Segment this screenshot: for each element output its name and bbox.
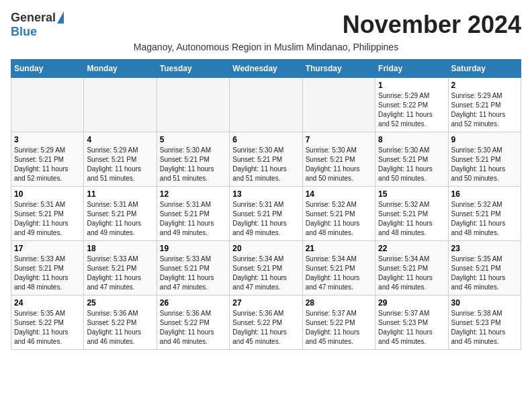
day-number: 23 bbox=[451, 244, 518, 253]
day-number: 19 bbox=[160, 244, 226, 253]
day-info: Sunrise: 5:30 AM Sunset: 5:21 PM Dayligh… bbox=[232, 146, 299, 183]
calendar-cell: 7Sunrise: 5:30 AM Sunset: 5:21 PM Daylig… bbox=[302, 132, 375, 187]
day-number: 27 bbox=[232, 298, 299, 308]
day-info: Sunrise: 5:29 AM Sunset: 5:21 PM Dayligh… bbox=[87, 146, 153, 183]
day-info: Sunrise: 5:31 AM Sunset: 5:21 PM Dayligh… bbox=[160, 200, 226, 238]
calendar-cell: 22Sunrise: 5:34 AM Sunset: 5:21 PM Dayli… bbox=[375, 241, 448, 295]
day-info: Sunrise: 5:36 AM Sunset: 5:22 PM Dayligh… bbox=[87, 309, 153, 347]
day-number: 6 bbox=[232, 135, 299, 144]
calendar-cell: 18Sunrise: 5:33 AM Sunset: 5:21 PM Dayli… bbox=[84, 241, 157, 295]
day-number: 17 bbox=[14, 244, 81, 253]
calendar-cell: 15Sunrise: 5:32 AM Sunset: 5:21 PM Dayli… bbox=[375, 187, 448, 241]
calendar-cell: 24Sunrise: 5:35 AM Sunset: 5:22 PM Dayli… bbox=[11, 295, 84, 350]
logo-blue: Blue bbox=[11, 25, 37, 39]
day-info: Sunrise: 5:37 AM Sunset: 5:22 PM Dayligh… bbox=[306, 309, 372, 347]
day-number: 20 bbox=[232, 244, 299, 253]
calendar-header-thursday: Thursday bbox=[302, 60, 375, 78]
day-number: 3 bbox=[14, 135, 81, 144]
day-info: Sunrise: 5:33 AM Sunset: 5:21 PM Dayligh… bbox=[14, 255, 81, 292]
day-info: Sunrise: 5:38 AM Sunset: 5:23 PM Dayligh… bbox=[451, 309, 518, 347]
calendar-cell bbox=[84, 78, 157, 132]
calendar-cell: 17Sunrise: 5:33 AM Sunset: 5:21 PM Dayli… bbox=[11, 241, 84, 295]
calendar-cell: 30Sunrise: 5:38 AM Sunset: 5:23 PM Dayli… bbox=[448, 295, 521, 350]
day-number: 7 bbox=[306, 135, 372, 144]
calendar-cell: 12Sunrise: 5:31 AM Sunset: 5:21 PM Dayli… bbox=[157, 187, 229, 241]
calendar-header-tuesday: Tuesday bbox=[157, 60, 229, 78]
calendar-subtitle: Maganoy, Autonomous Region in Muslim Min… bbox=[11, 42, 521, 52]
day-number: 5 bbox=[160, 135, 226, 144]
day-number: 9 bbox=[451, 135, 518, 144]
day-info: Sunrise: 5:29 AM Sunset: 5:21 PM Dayligh… bbox=[451, 91, 518, 129]
calendar-header-friday: Friday bbox=[375, 60, 448, 78]
calendar-cell: 29Sunrise: 5:37 AM Sunset: 5:23 PM Dayli… bbox=[375, 295, 448, 350]
day-number: 14 bbox=[306, 189, 372, 199]
day-info: Sunrise: 5:35 AM Sunset: 5:22 PM Dayligh… bbox=[14, 309, 81, 347]
day-info: Sunrise: 5:34 AM Sunset: 5:21 PM Dayligh… bbox=[378, 255, 445, 292]
day-info: Sunrise: 5:34 AM Sunset: 5:21 PM Dayligh… bbox=[306, 255, 372, 292]
calendar-cell: 21Sunrise: 5:34 AM Sunset: 5:21 PM Dayli… bbox=[302, 241, 375, 295]
calendar-cell: 20Sunrise: 5:34 AM Sunset: 5:21 PM Dayli… bbox=[230, 241, 302, 295]
calendar-cell: 19Sunrise: 5:33 AM Sunset: 5:21 PM Dayli… bbox=[157, 241, 229, 295]
month-title: November 2024 bbox=[343, 11, 521, 39]
day-number: 22 bbox=[378, 244, 445, 253]
day-info: Sunrise: 5:33 AM Sunset: 5:21 PM Dayligh… bbox=[87, 255, 153, 292]
day-number: 30 bbox=[451, 298, 518, 308]
day-number: 10 bbox=[14, 189, 81, 199]
day-info: Sunrise: 5:36 AM Sunset: 5:22 PM Dayligh… bbox=[160, 309, 226, 347]
day-info: Sunrise: 5:30 AM Sunset: 5:21 PM Dayligh… bbox=[451, 146, 518, 183]
calendar-cell: 9Sunrise: 5:30 AM Sunset: 5:21 PM Daylig… bbox=[448, 132, 521, 187]
calendar-cell: 28Sunrise: 5:37 AM Sunset: 5:22 PM Dayli… bbox=[302, 295, 375, 350]
day-number: 8 bbox=[378, 135, 445, 144]
calendar-header-monday: Monday bbox=[84, 60, 157, 78]
day-info: Sunrise: 5:31 AM Sunset: 5:21 PM Dayligh… bbox=[232, 200, 299, 238]
day-number: 1 bbox=[378, 81, 445, 90]
day-number: 26 bbox=[160, 298, 226, 308]
day-info: Sunrise: 5:30 AM Sunset: 5:21 PM Dayligh… bbox=[160, 146, 226, 183]
calendar-header-wednesday: Wednesday bbox=[230, 60, 302, 78]
day-number: 16 bbox=[451, 189, 518, 199]
calendar-cell: 23Sunrise: 5:35 AM Sunset: 5:21 PM Dayli… bbox=[448, 241, 521, 295]
day-info: Sunrise: 5:29 AM Sunset: 5:22 PM Dayligh… bbox=[378, 91, 445, 129]
calendar-cell: 4Sunrise: 5:29 AM Sunset: 5:21 PM Daylig… bbox=[84, 132, 157, 187]
calendar-week-3: 10Sunrise: 5:31 AM Sunset: 5:21 PM Dayli… bbox=[11, 187, 521, 241]
calendar-week-1: 1Sunrise: 5:29 AM Sunset: 5:22 PM Daylig… bbox=[11, 78, 521, 132]
calendar-cell: 25Sunrise: 5:36 AM Sunset: 5:22 PM Dayli… bbox=[84, 295, 157, 350]
calendar-cell bbox=[11, 78, 84, 132]
page-header: General Blue November 2024 bbox=[11, 11, 521, 39]
day-number: 28 bbox=[306, 298, 372, 308]
calendar-cell bbox=[302, 78, 375, 132]
logo: General Blue bbox=[11, 11, 64, 39]
day-number: 11 bbox=[87, 189, 153, 199]
day-info: Sunrise: 5:30 AM Sunset: 5:21 PM Dayligh… bbox=[306, 146, 372, 183]
calendar-header-saturday: Saturday bbox=[448, 60, 521, 78]
day-number: 18 bbox=[87, 244, 153, 253]
day-number: 4 bbox=[87, 135, 153, 144]
day-number: 15 bbox=[378, 189, 445, 199]
calendar-week-4: 17Sunrise: 5:33 AM Sunset: 5:21 PM Dayli… bbox=[11, 241, 521, 295]
logo-triangle-icon bbox=[57, 11, 64, 24]
calendar-cell: 2Sunrise: 5:29 AM Sunset: 5:21 PM Daylig… bbox=[448, 78, 521, 132]
day-number: 13 bbox=[232, 189, 299, 199]
day-number: 24 bbox=[14, 298, 81, 308]
calendar-cell bbox=[157, 78, 229, 132]
calendar-cell: 6Sunrise: 5:30 AM Sunset: 5:21 PM Daylig… bbox=[230, 132, 302, 187]
calendar-cell: 5Sunrise: 5:30 AM Sunset: 5:21 PM Daylig… bbox=[157, 132, 229, 187]
day-info: Sunrise: 5:31 AM Sunset: 5:21 PM Dayligh… bbox=[87, 200, 153, 238]
day-info: Sunrise: 5:34 AM Sunset: 5:21 PM Dayligh… bbox=[232, 255, 299, 292]
calendar-cell: 1Sunrise: 5:29 AM Sunset: 5:22 PM Daylig… bbox=[375, 78, 448, 132]
day-info: Sunrise: 5:29 AM Sunset: 5:21 PM Dayligh… bbox=[14, 146, 81, 183]
day-info: Sunrise: 5:36 AM Sunset: 5:22 PM Dayligh… bbox=[232, 309, 299, 347]
calendar-cell: 11Sunrise: 5:31 AM Sunset: 5:21 PM Dayli… bbox=[84, 187, 157, 241]
calendar-week-5: 24Sunrise: 5:35 AM Sunset: 5:22 PM Dayli… bbox=[11, 295, 521, 350]
calendar-cell: 10Sunrise: 5:31 AM Sunset: 5:21 PM Dayli… bbox=[11, 187, 84, 241]
calendar-cell: 26Sunrise: 5:36 AM Sunset: 5:22 PM Dayli… bbox=[157, 295, 229, 350]
day-info: Sunrise: 5:31 AM Sunset: 5:21 PM Dayligh… bbox=[14, 200, 81, 238]
day-number: 12 bbox=[160, 189, 226, 199]
day-number: 2 bbox=[451, 81, 518, 90]
calendar-header-row: SundayMondayTuesdayWednesdayThursdayFrid… bbox=[11, 60, 521, 78]
calendar-cell bbox=[230, 78, 302, 132]
calendar-header-sunday: Sunday bbox=[11, 60, 84, 78]
day-info: Sunrise: 5:32 AM Sunset: 5:21 PM Dayligh… bbox=[378, 200, 445, 238]
day-info: Sunrise: 5:32 AM Sunset: 5:21 PM Dayligh… bbox=[306, 200, 372, 238]
calendar-cell: 16Sunrise: 5:32 AM Sunset: 5:21 PM Dayli… bbox=[448, 187, 521, 241]
